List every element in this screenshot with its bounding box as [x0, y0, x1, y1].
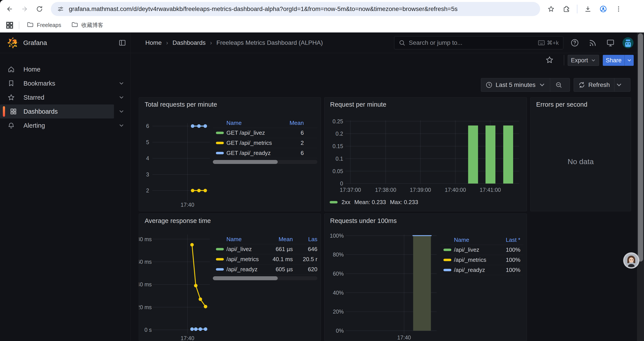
panel-title[interactable]: Errors per second: [536, 101, 588, 108]
page-scrollbar-thumb[interactable]: [638, 33, 643, 261]
bookmark-label: Freeleaps: [37, 22, 61, 28]
breadcrumb-item[interactable]: Dashboards: [172, 39, 206, 46]
kiosk-monitor-icon[interactable]: [606, 39, 615, 47]
legend-item-2xx[interactable]: 2xx Mean: 0.233 Max: 0.233: [330, 199, 418, 206]
series-color-pill: [216, 142, 224, 144]
share-menu-button[interactable]: [624, 55, 634, 66]
favorite-star-icon[interactable]: [545, 56, 554, 64]
request-per-minute-chart[interactable]: 0.250.20.150.10.05017:37:0017:38:0017:39…: [324, 97, 527, 211]
svg-text:2: 2: [146, 187, 149, 194]
reload-icon[interactable]: [34, 3, 45, 15]
floating-assistant-avatar[interactable]: [623, 252, 640, 269]
legend-scrollbar-thumb[interactable]: [213, 276, 278, 280]
user-avatar[interactable]: [622, 37, 634, 48]
apps-grid-icon[interactable]: [5, 21, 14, 30]
news-rss-icon[interactable]: [588, 39, 597, 47]
series-color-pill: [216, 152, 224, 154]
legend-col-name[interactable]: Name: [226, 236, 260, 243]
folder-icon: [71, 21, 78, 30]
svg-text:0 s: 0 s: [144, 327, 152, 333]
chevron-down-icon[interactable]: [118, 122, 124, 129]
download-icon[interactable]: [583, 3, 593, 15]
url-text: grafana.mathmast.com/d/deytv4rwavabkb/fr…: [69, 6, 458, 13]
sidebar-item-label: Bookmarks: [24, 80, 55, 87]
series-value: 100%: [496, 267, 520, 273]
forward-icon[interactable]: [19, 3, 30, 15]
svg-text:17:39:00: 17:39:00: [410, 187, 431, 193]
series-mean: Mean: 0.233: [354, 199, 386, 206]
svg-text:0.15: 0.15: [332, 143, 343, 149]
breadcrumb-item[interactable]: Home: [145, 39, 162, 46]
sidebar-item-alerting[interactable]: Alerting: [0, 119, 130, 133]
svg-text:40%: 40%: [333, 290, 344, 296]
refresh-button[interactable]: Refresh: [574, 78, 614, 92]
series-name: /api/_metrics: [454, 256, 496, 263]
no-data-label: No data: [530, 157, 631, 166]
svg-text:0%: 0%: [336, 327, 344, 334]
legend-col[interactable]: Las: [293, 236, 318, 243]
share-button[interactable]: Share: [603, 55, 624, 66]
legend-col-name[interactable]: Name: [454, 237, 496, 243]
panel-errors-per-second: Errors per second No data: [530, 97, 631, 211]
toolbar-divider: [577, 5, 577, 14]
svg-text:17:40:00: 17:40:00: [445, 187, 466, 193]
legend-row[interactable]: /api/_metrics40.1 ms20.5 r: [213, 254, 318, 264]
series-value: 605 µs: [260, 266, 293, 273]
browser-menu-icon[interactable]: [614, 3, 624, 15]
legend-row[interactable]: GET /api/_readyz6: [213, 148, 318, 158]
svg-text:100%: 100%: [330, 233, 344, 239]
sidebar-item-home[interactable]: Home: [0, 62, 130, 76]
export-button[interactable]: Export: [568, 55, 599, 66]
legend-scrollbar[interactable]: [213, 276, 318, 280]
legend-row[interactable]: /api/_metrics100%: [440, 255, 524, 265]
legend-scrollbar-thumb[interactable]: [213, 160, 278, 164]
time-range-picker[interactable]: Last 5 minutes: [481, 78, 550, 92]
site-info-icon[interactable]: [57, 6, 64, 13]
series-value: 661 µs: [260, 246, 293, 253]
legend-row[interactable]: /api/_readyz100%: [440, 265, 524, 275]
legend-scrollbar[interactable]: [213, 160, 318, 164]
svg-text:0.05: 0.05: [332, 168, 343, 174]
search-input[interactable]: Search or jump to... ⌘+k: [394, 36, 563, 49]
sidebar-item-bookmarks[interactable]: Bookmarks: [0, 76, 130, 90]
legend-row[interactable]: /api/_livez661 µs646: [213, 244, 318, 254]
legend-row[interactable]: GET /api/_metrics2: [213, 138, 318, 148]
svg-text:20%: 20%: [333, 308, 344, 315]
sidebar-item-label: Alerting: [24, 122, 45, 129]
refresh-interval-button[interactable]: [614, 78, 624, 92]
series-name: /api/_livez: [454, 246, 496, 253]
grafana-app: Grafana Home›Dashboards›Freeleaps Metric…: [0, 33, 644, 341]
chevron-down-icon[interactable]: [118, 94, 124, 101]
url-bar[interactable]: grafana.mathmast.com/d/deytv4rwavabkb/fr…: [51, 2, 540, 16]
sidebar-toggle-icon[interactable]: [118, 39, 126, 47]
bookmark-star-icon[interactable]: [546, 3, 556, 15]
svg-text:80%: 80%: [333, 251, 344, 258]
legend-col[interactable]: Mean: [260, 236, 293, 243]
legend-header: NameLast *: [440, 235, 524, 245]
legend-col[interactable]: Mean: [284, 120, 304, 126]
legend-row[interactable]: /api/_readyz605 µs620: [213, 264, 318, 274]
legend-row[interactable]: GET /api/_livez6: [213, 128, 318, 138]
bookmark-item[interactable]: Freeleaps: [23, 19, 65, 31]
svg-text:17:38:00: 17:38:00: [375, 187, 396, 193]
sidebar-item-dashboards[interactable]: Dashboards: [0, 104, 114, 119]
chevron-down-icon[interactable]: [118, 108, 124, 115]
legend-col-name[interactable]: Name: [226, 120, 284, 126]
grafana-logo-icon[interactable]: [6, 37, 19, 49]
legend-row[interactable]: /api/_livez100%: [440, 245, 524, 255]
zoom-out-button[interactable]: [550, 78, 567, 92]
legend-col[interactable]: Last *: [496, 237, 520, 243]
requests-under-100ms-chart[interactable]: 100%80%60%40%20%0%17:40: [324, 214, 527, 341]
help-icon[interactable]: [570, 39, 579, 47]
back-icon[interactable]: [4, 3, 15, 15]
svg-text:17:40: 17:40: [397, 334, 411, 340]
bookmark-item[interactable]: 收藏博客: [68, 19, 107, 31]
sidebar-item-starred[interactable]: Starred: [0, 90, 130, 104]
refresh-label: Refresh: [588, 81, 610, 88]
profile-icon[interactable]: [598, 3, 608, 15]
grafana-header: Grafana Home›Dashboards›Freeleaps Metric…: [0, 33, 644, 53]
extensions-icon[interactable]: [562, 3, 571, 15]
bookmark-icon: [8, 80, 15, 87]
breadcrumb-item[interactable]: Freeleaps Metrics Dashboard (ALPHA): [216, 39, 323, 46]
chevron-down-icon[interactable]: [118, 80, 124, 87]
